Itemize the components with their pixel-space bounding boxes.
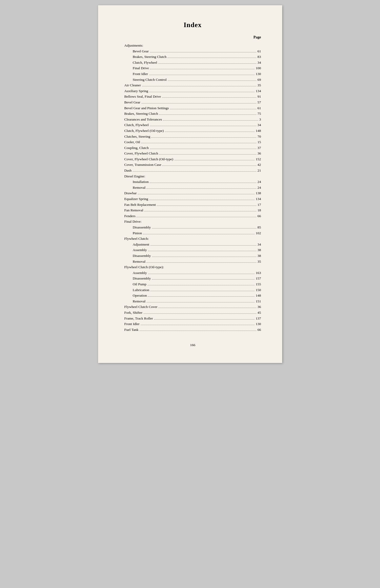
entry-dots: [148, 285, 255, 285]
entry-label: Drawbar: [124, 190, 137, 196]
index-entry: Coupling, Clutch 37: [124, 145, 261, 151]
entry-dots: [150, 291, 255, 291]
index-entry: Operation 148: [124, 293, 261, 298]
index-entry: Cover, Flywheel Clutch 36: [124, 151, 261, 156]
entry-label: Assembly: [124, 270, 147, 276]
entry-label: Clutch, Flywheel: [124, 60, 157, 66]
entry-page: 157: [256, 276, 261, 281]
entry-dots: [163, 120, 258, 121]
entry-dots: [150, 183, 256, 183]
entry-dots: [168, 81, 257, 81]
entry-page: 152: [256, 156, 261, 162]
index-entry: Dash 21: [124, 168, 261, 173]
entry-page: 35: [257, 82, 261, 88]
entry-dots: [170, 109, 256, 109]
entry-label: Cover, Transmission Case: [124, 162, 161, 168]
index-entry: Frame, Track Roller 137: [124, 316, 261, 321]
index-entry: Bevel Gear 61: [124, 48, 261, 54]
section-header-label: Final Drive:: [124, 219, 142, 225]
entry-dots: [141, 103, 256, 103]
index-entry: Flywheel Clutch:: [124, 236, 261, 242]
entry-label: Removal: [124, 298, 146, 304]
entry-label: Lubrication: [124, 287, 149, 293]
entry-page: 150: [256, 287, 261, 293]
entry-page: 34: [257, 60, 261, 66]
entry-page: 130: [256, 71, 261, 77]
entry-page: 155: [256, 281, 261, 287]
entry-label: Removal: [124, 185, 146, 191]
index-entry: Air Cleaner 35: [124, 82, 261, 88]
entry-dots: [149, 75, 255, 75]
entry-page: 36: [257, 304, 261, 310]
entry-page: 61: [257, 105, 261, 111]
entry-label: Fan Belt Replacement: [124, 202, 156, 208]
entry-label: Steering Clutch Control: [124, 77, 167, 83]
index-entry: Installation 24: [124, 179, 261, 185]
index-entry: Clutch, Flywheel (Oil-type) 148: [124, 128, 261, 134]
entry-page: 24: [257, 185, 261, 191]
index-entry: Front Idler 130: [124, 71, 261, 77]
entry-dots: [168, 58, 256, 58]
index-entry: Clutch, Flywheel 34: [124, 60, 261, 66]
index-entry: Assembly 38: [124, 247, 261, 253]
entry-label: Removal: [124, 259, 146, 265]
entry-dots: [150, 126, 257, 126]
entry-dots: [148, 251, 257, 251]
index-entry: Front Idler 130: [124, 321, 261, 327]
entry-dots: [150, 245, 257, 246]
index-entry: Bevel Gear and Pinion Settings 61: [124, 105, 261, 111]
entry-page: 15: [257, 139, 261, 145]
index-entry: Auxiliary Spring 134: [124, 88, 261, 94]
entry-dots: [157, 206, 256, 206]
index-entry: Oil Pump 155: [124, 281, 261, 287]
entry-label: Dash: [124, 168, 132, 173]
entry-dots: [142, 86, 256, 86]
entry-page: 34: [257, 122, 261, 128]
entry-page: 148: [256, 128, 261, 134]
entry-page: 130: [256, 321, 261, 327]
entry-page: 57: [257, 99, 261, 105]
entry-label: Flywheel Clutch Cover: [124, 304, 158, 310]
entry-label: Clearances and Tolerances: [124, 117, 162, 122]
entry-label: Auxiliary Spring: [124, 88, 148, 94]
entry-label: Clutch, Flywheel (Oil-type): [124, 128, 164, 134]
entry-dots: [162, 166, 256, 166]
entry-label: Bevel Gear: [124, 99, 140, 105]
section-header-label: Flywheel Clutch (Oil-type):: [124, 264, 164, 270]
entry-label: Coupling, Clutch: [124, 145, 149, 151]
entry-dots: [149, 200, 255, 200]
index-entry: Equalizer Spring 134: [124, 196, 261, 202]
entry-dots: [151, 137, 256, 138]
entry-dots: [141, 325, 255, 325]
entry-page: 38: [257, 247, 261, 253]
index-entry: Disassembly 38: [124, 253, 261, 259]
index-entry: Fan Belt Replacement 17: [124, 202, 261, 208]
entry-label: Front Idler: [124, 71, 148, 77]
index-entry: Brakes, Steering Clutch 83: [124, 54, 261, 60]
entry-page: 42: [257, 162, 261, 168]
entry-label: Cover, Flywheel Clutch (Oil-type): [124, 156, 173, 162]
entry-page: 34: [257, 242, 261, 247]
index-entry: Disassembly 157: [124, 276, 261, 281]
entry-page: 35: [257, 259, 261, 265]
entry-dots: [158, 63, 257, 64]
entry-dots: [152, 257, 257, 257]
index-entry: Bevel Gear 57: [124, 99, 261, 105]
index-entry: Fork, Shifter 45: [124, 310, 261, 316]
section-header-label: Diesel Engine:: [124, 173, 145, 179]
entry-label: Oil Pump: [124, 281, 146, 287]
entry-label: Air Cleaner: [124, 82, 141, 88]
entry-page: 137: [256, 316, 261, 321]
entry-label: Pinion: [124, 230, 142, 236]
entry-page: 38: [257, 253, 261, 259]
index-entry: Drawbar 138: [124, 190, 261, 196]
entry-dots: [159, 114, 256, 115]
entry-label: Clutches, Steering: [124, 134, 150, 139]
section-header-label: Adjustments:: [124, 43, 143, 48]
entry-page: 3: [259, 117, 261, 122]
index-entry: Cooler, Oil 15: [124, 139, 261, 145]
entry-dots: [148, 296, 255, 297]
entry-label: Disassembly: [124, 225, 151, 230]
entry-dots: [133, 171, 256, 172]
entry-page: 69: [257, 77, 261, 83]
